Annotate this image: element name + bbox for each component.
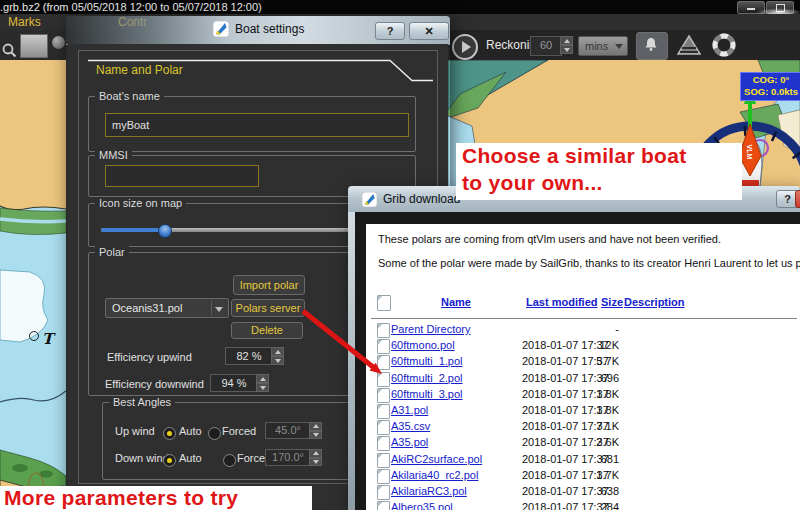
step-down-icon[interactable] (271, 356, 284, 365)
step-down-icon[interactable] (309, 458, 322, 467)
file-link[interactable]: 60ftmono.pol (391, 339, 455, 351)
file-size: - (556, 323, 619, 335)
column-header-description[interactable]: Description (624, 296, 685, 308)
file-link[interactable]: AkiRC2surface.pol (391, 453, 482, 465)
file-size: 284 (556, 501, 619, 510)
file-link[interactable]: AkilariaRC3.pol (391, 485, 467, 497)
zoom-tool-icon[interactable] (1, 42, 19, 60)
reckoning-stepper[interactable] (560, 36, 573, 54)
nautical-chart-left[interactable]: T (0, 60, 66, 510)
left-toolbar (0, 30, 66, 60)
efficiency-downwind-stepper[interactable] (256, 374, 269, 392)
mmsi-input[interactable] (105, 165, 259, 187)
upwind-angle-stepper[interactable] (309, 422, 322, 439)
annotation-line-2: to your own... (462, 171, 603, 195)
boat-name-input[interactable]: myBoat (105, 113, 409, 137)
table-row: AkilariaRC3.pol 2018-01-07 17:37 638 (366, 484, 800, 500)
menu-marks[interactable]: Marks (8, 15, 41, 29)
table-row: Albero35.pol 2018-01-07 17:37 284 (366, 500, 800, 510)
file-link[interactable]: 60ftmulti_2.pol (391, 372, 463, 384)
file-link[interactable]: 60ftmulti_1.pol (391, 355, 463, 367)
polar-notice-1: These polars are coming from qtVlm users… (378, 233, 721, 245)
delete-polar-button[interactable]: Delete (231, 322, 303, 339)
annotation-line-1: Choose a similar boat (462, 144, 687, 168)
polar-select-value: Oceanis31.pol (112, 302, 182, 314)
table-row: A35.csv 2018-01-07 17:37 7.1K (366, 419, 800, 435)
qtvlm-icon (362, 192, 377, 207)
downwind-angle-stepper[interactable] (309, 449, 322, 466)
file-size: 1.8K (556, 404, 619, 416)
import-polar-button[interactable]: Import polar (233, 275, 305, 295)
qtvlm-icon (213, 21, 229, 37)
step-down-icon[interactable] (560, 45, 573, 54)
mark-button[interactable] (674, 33, 704, 58)
file-link[interactable]: A31.pol (391, 404, 428, 416)
step-down-icon[interactable] (309, 431, 322, 440)
cone-buoy-icon (674, 33, 704, 58)
downwind-forced-radio[interactable] (223, 454, 236, 467)
step-up-icon[interactable] (271, 347, 284, 356)
file-size: 1.8K (556, 388, 619, 400)
column-header-size[interactable]: Size (601, 296, 623, 308)
help-button[interactable]: ? (375, 22, 405, 40)
upwind-auto-radio[interactable] (163, 427, 176, 440)
file-icon (377, 469, 390, 484)
file-icon (377, 323, 390, 338)
step-up-icon[interactable] (309, 449, 322, 458)
file-link[interactable]: Albero35.pol (391, 501, 453, 510)
icon-size-slider-handle[interactable] (158, 224, 172, 238)
close-button[interactable] (795, 190, 800, 208)
file-icon (377, 436, 390, 451)
file-link[interactable]: A35.pol (391, 436, 428, 448)
downwind-angle-value[interactable]: 170.0° (265, 449, 311, 466)
column-header-modified[interactable]: Last modified (526, 296, 598, 308)
table-row: Akilaria40_rc2.pol 2018-01-07 17:37 1.7K (366, 468, 800, 484)
table-row: A35.pol 2018-01-07 17:37 2.6K (366, 435, 800, 451)
file-link[interactable]: A35.csv (391, 420, 430, 432)
mob-button[interactable] (710, 32, 738, 58)
efficiency-downwind-value[interactable]: 94 % (210, 374, 258, 392)
sog-value: SOG: 0.0kts (741, 86, 800, 98)
downwind-label: Down wind (115, 452, 169, 464)
cog-sog-badge: COG: 0° SOG: 0.0kts (740, 72, 800, 101)
main-titlebar: .grb.bz2 (from 05/05/2018 12:00 to 05/07… (0, 0, 800, 14)
boat-label: VLM (746, 145, 753, 160)
boat-name-group: Boat's name myBoat (88, 96, 416, 152)
bell-icon (644, 34, 672, 58)
upwind-angle-value[interactable]: 45.0° (265, 422, 311, 439)
polars-server-button[interactable]: Polars server (231, 299, 305, 317)
reckoning-value[interactable]: 60 (530, 36, 562, 56)
step-up-icon[interactable] (256, 374, 269, 383)
efficiency-upwind-stepper[interactable] (271, 347, 284, 365)
table-row: 60ftmulti_2.pol 2018-01-07 17:37 696 (366, 371, 800, 387)
icon-size-slider-fill (101, 228, 163, 232)
table-row: AkiRC2surface.pol 2018-01-07 17:37 681 (366, 452, 800, 468)
file-icon (377, 420, 390, 435)
efficiency-upwind-value[interactable]: 82 % (225, 347, 273, 365)
column-header-name[interactable]: Name (441, 296, 471, 308)
upwind-forced-radio[interactable] (208, 427, 221, 440)
boat-settings-titlebar[interactable]: Boat settings ? ✕ (66, 16, 450, 45)
play-icon (462, 41, 471, 53)
polar-select[interactable]: Oceanis31.pol (105, 298, 229, 318)
selection-tool-button[interactable] (20, 34, 48, 58)
downwind-auto-label: Auto (179, 452, 202, 464)
tab-name-and-polar[interactable]: Name and Polar (96, 63, 183, 77)
step-up-icon[interactable] (560, 36, 573, 45)
file-icon (377, 404, 390, 419)
upwind-auto-label: Auto (179, 425, 202, 437)
step-down-icon[interactable] (256, 383, 269, 392)
downwind-auto-radio[interactable] (163, 454, 176, 467)
file-link[interactable]: Parent Directory (391, 323, 470, 335)
alarm-button[interactable] (636, 32, 668, 60)
reckoning-unit-select[interactable]: mins (578, 36, 628, 56)
round-tool-button[interactable] (52, 36, 65, 49)
efficiency-upwind-label: Efficiency upwind (107, 351, 192, 363)
close-button[interactable]: ✕ (409, 22, 449, 40)
polar-file-table: Name Last modified Size Description Pare… (366, 292, 800, 510)
file-icon (377, 372, 390, 387)
file-link[interactable]: 60ftmulti_3.pol (391, 388, 463, 400)
file-link[interactable]: Akilaria40_rc2.pol (391, 469, 478, 481)
step-up-icon[interactable] (309, 422, 322, 431)
play-button[interactable] (452, 34, 478, 60)
